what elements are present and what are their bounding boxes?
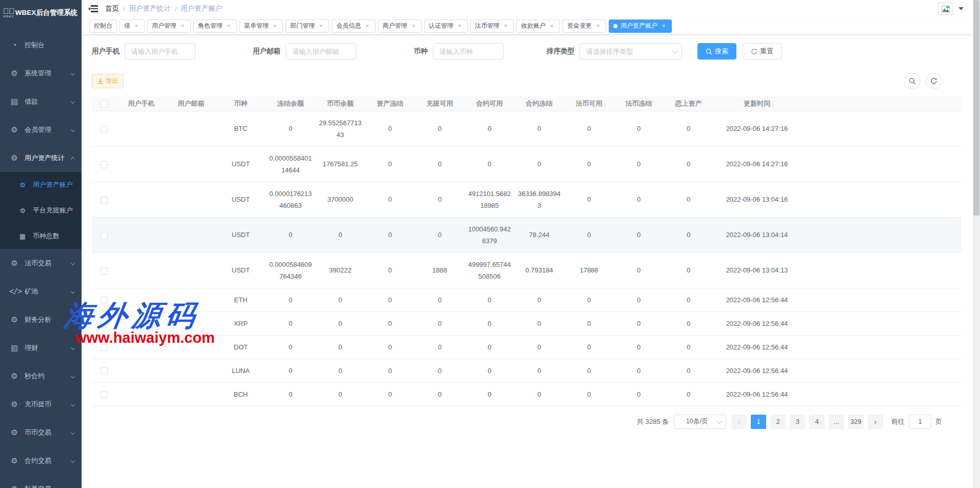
page-button-329[interactable]: 329 [848,415,864,429]
filler-cell [801,182,962,217]
row-checkbox[interactable] [101,391,108,398]
page-size-value[interactable] [674,415,726,429]
tab-2[interactable]: 用户管理× [147,19,191,33]
sidebar-item-4[interactable]: ⚙用户资产统计 [0,144,82,172]
tab-8[interactable]: 认证管理× [424,19,468,33]
row-checkbox[interactable] [101,267,108,275]
tab-11[interactable]: 资金变更× [563,19,606,33]
page-button-4[interactable]: 4 [809,415,825,429]
column-search-button[interactable] [904,73,921,89]
export-button[interactable]: 导出 [92,74,124,88]
table-cell: 0 [266,359,315,382]
close-icon[interactable]: × [502,23,509,30]
sidebar-item-0[interactable]: ◔控制台 [0,31,82,59]
page-button-3[interactable]: 3 [790,415,805,429]
tab-9[interactable]: 法币管理× [470,19,514,33]
sidebar-item-label: 秒合约 [25,372,71,381]
app-logo[interactable]: ⋀⃓ WBEX WBEX后台管理系统 [0,0,82,26]
sidebar-item-7[interactable]: ⚙财务分析 [0,305,82,334]
close-icon[interactable]: × [364,23,371,30]
user-menu-caret-icon[interactable] [958,7,964,10]
chevron-down-icon [71,430,75,434]
sidebar-fold-icon[interactable] [89,5,98,12]
table-cell: 0 [415,359,465,382]
table-cell: 0 [664,382,713,406]
row-checkbox[interactable] [101,367,108,375]
close-icon[interactable]: × [456,23,463,30]
table-cell: USDT [216,146,266,182]
page-button-1[interactable]: 1 [751,415,766,429]
table-refresh-button[interactable] [926,73,942,89]
tab-label: 收款账户 [521,22,546,30]
close-icon[interactable]: × [179,23,186,30]
table-cell: 0 [365,288,415,311]
phone-filter-input[interactable] [125,43,195,60]
tab-6[interactable]: 会员信息× [332,19,375,33]
sidebar-item-3[interactable]: ⚙会员管理 [0,115,82,144]
sidebar-item-11[interactable]: ⚙币币交易 [0,418,82,446]
sidebar-item-6[interactable]: </>矿池 [0,277,82,305]
breadcrumb-home[interactable]: 首页 [105,4,119,13]
sidebar-subitem-1[interactable]: ⚙平台充提账户 [0,198,82,223]
scrollbar-thumb[interactable] [973,0,979,216]
sidebar-item-13[interactable]: ⚙私募交易 [0,475,82,488]
row-checkbox[interactable] [101,232,108,239]
table-cell [116,111,166,146]
page-button-2[interactable]: 2 [770,415,786,429]
close-icon[interactable]: × [410,23,417,30]
tab-1[interactable]: 借× [119,19,145,33]
table-cell: 0.0000584609764346 [266,252,315,288]
coin-filter-input[interactable] [433,43,504,60]
tab-7[interactable]: 商户管理× [378,19,422,33]
sidebar-item-5[interactable]: ⚙法币交易 [0,249,82,277]
tab-label: 商户管理 [383,22,407,30]
row-checkbox[interactable] [101,161,108,168]
row-checkbox[interactable] [101,297,108,304]
user-avatar[interactable] [938,3,953,15]
sidebar-item-8[interactable]: ▥理财 [0,334,82,362]
goto-page-input[interactable] [909,415,931,429]
table-cell: 0 [664,359,713,382]
table-cell: 0 [415,217,465,252]
next-page-button[interactable]: › [868,415,883,429]
breadcrumb-item: 用户资产账户 [181,4,223,13]
search-button[interactable]: 搜索 [697,43,736,60]
close-icon[interactable]: × [225,23,232,30]
tab-5[interactable]: 部门管理× [286,19,329,33]
sidebar-subitem-0[interactable]: ⚙用户资产账户 [0,172,82,198]
select-all-checkbox[interactable] [101,101,108,108]
close-icon[interactable]: × [271,23,278,30]
prev-page-button[interactable]: ‹ [731,415,747,429]
row-checkbox[interactable] [101,320,108,327]
sidebar-item-10[interactable]: ⚙充币提币 [0,390,82,418]
more-pages-button[interactable]: ... [829,415,844,429]
sidebar-item-12[interactable]: ⚙合约交易 [0,446,82,475]
sidebar-item-1[interactable]: ⚙系统管理 [0,59,82,87]
reset-button[interactable]: 重置 [743,43,782,60]
row-checkbox[interactable] [101,197,108,204]
page-size-select[interactable] [674,415,726,429]
close-icon[interactable]: × [317,23,325,30]
close-icon[interactable]: × [548,23,555,30]
close-icon[interactable]: × [133,23,140,30]
close-icon[interactable]: × [660,23,667,30]
close-icon[interactable]: × [594,23,602,30]
vertical-scrollbar[interactable] [973,0,980,488]
sidebar-item-9[interactable]: ⚙秒合约 [0,362,82,390]
row-checkbox[interactable] [101,126,108,133]
tab-0[interactable]: 控制台 [89,19,117,33]
sort-select-input[interactable] [579,43,682,60]
email-filter-input[interactable] [286,43,356,60]
sort-type-select[interactable] [579,43,682,60]
tab-4[interactable]: 菜单管理× [239,19,283,33]
table-row: XRP0000000002022-09-06 12:56:44 [92,311,962,335]
tab-3[interactable]: 角色管理× [193,19,237,33]
table-cell: 0 [564,359,614,382]
sidebar-subitem-2[interactable]: ▦币种总数 [0,223,82,249]
sidebar-item-2[interactable]: ▤借款 [0,87,82,115]
sidebar-submenu: ⚙用户资产账户⚙平台充提账户▦币种总数 [0,172,82,249]
tab-12[interactable]: 用户资产账户× [609,19,672,33]
table-cell: 0 [315,359,365,382]
tab-10[interactable]: 收款账户× [516,19,560,33]
row-checkbox[interactable] [101,344,108,351]
